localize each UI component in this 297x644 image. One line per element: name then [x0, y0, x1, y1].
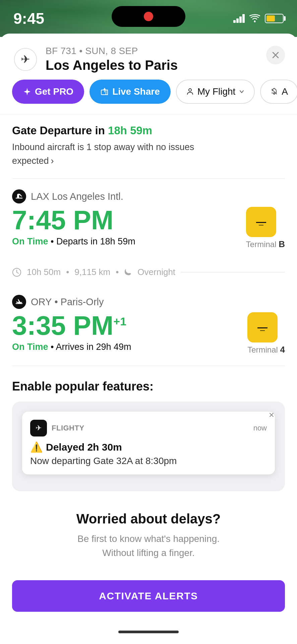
- origin-status: On Time • Departs in 18h 59m: [12, 236, 135, 247]
- destination-terminal-label: Terminal 4: [247, 344, 285, 355]
- flight-route: Los Angeles to Paris: [46, 58, 178, 73]
- svg-rect-3: [242, 14, 245, 23]
- origin-time-block: 7:45 PM On Time • Departs in 18h 59m: [12, 207, 135, 247]
- destination-segment: ORY • Paris-Orly 3:35 PM+1 On Time • Arr…: [0, 284, 297, 366]
- flight-header-left: ✈ BF 731 • SUN, 8 SEP Los Angeles to Par…: [12, 46, 178, 73]
- flight-distance: 9,115 km: [74, 267, 110, 277]
- origin-airport-row: LAX Los Angeles Intl.: [12, 189, 285, 203]
- destination-airport-label: ORY • Paris-Orly: [31, 296, 104, 308]
- destination-time-block: 3:35 PM+1 On Time • Arrives in 29h 49m: [12, 312, 131, 352]
- flighty-app-icon: ✈: [30, 420, 47, 436]
- notif-app-name: FLIGHTY: [52, 424, 84, 432]
- airplane-icon: ✈: [14, 48, 37, 71]
- moon-icon: [124, 268, 132, 276]
- departure-heading: Gate Departure in 18h 59m: [12, 124, 285, 137]
- svg-text:✈: ✈: [36, 424, 42, 432]
- expected-link[interactable]: expected ›: [12, 154, 54, 168]
- live-share-button[interactable]: Live Share: [90, 80, 171, 104]
- terminal-icon: — —: [254, 215, 269, 229]
- notif-body: Now departing Gate 32A at 8:30pm: [30, 456, 267, 466]
- battery-icon: [265, 14, 284, 23]
- departure-airport-icon: [12, 189, 26, 203]
- svg-point-11: [189, 89, 191, 91]
- status-bar: 9:45: [0, 0, 297, 37]
- flight-header: ✈ BF 731 • SUN, 8 SEP Los Angeles to Par…: [0, 34, 297, 80]
- separator-1: •: [66, 267, 69, 277]
- notif-time: now: [253, 424, 267, 432]
- plane-icon-box: ✈: [12, 46, 39, 73]
- clock-icon: [12, 268, 21, 277]
- chevron-right-icon: ›: [51, 154, 54, 168]
- home-indicator: [0, 624, 297, 637]
- action-buttons-row: Get PRO Live Share My Flight: [0, 80, 297, 114]
- destination-status: On Time • Arrives in 29h 49m: [12, 342, 131, 352]
- flight-duration-row: 10h 50m • 9,115 km • Overnight: [0, 260, 297, 284]
- recording-indicator: [144, 12, 153, 21]
- worried-section: Worried about delays? Be first to know w…: [0, 501, 297, 580]
- status-icons: [233, 14, 284, 23]
- svg-point-4: [254, 21, 256, 22]
- separator-2: •: [116, 267, 119, 277]
- my-flight-button[interactable]: My Flight: [176, 80, 255, 104]
- origin-terminal-badge: — —: [246, 207, 276, 237]
- arrival-airport-icon: [12, 295, 26, 309]
- sparkle-icon: [23, 87, 32, 96]
- dynamic-island: [112, 6, 185, 27]
- wifi-icon: [249, 14, 260, 23]
- duration-line: [181, 272, 285, 273]
- svg-rect-0: [233, 20, 236, 23]
- origin-airport-label: LAX Los Angeles Intl.: [31, 191, 123, 202]
- flight-code: BF 731 • SUN, 8 SEP: [46, 46, 178, 56]
- close-button[interactable]: [266, 46, 285, 64]
- destination-terminal-block: — — Terminal 4: [247, 312, 285, 355]
- svg-text:✈: ✈: [21, 53, 30, 65]
- status-time: 9:45: [13, 9, 44, 28]
- origin-time-row: 7:45 PM On Time • Departs in 18h 59m — —…: [12, 207, 285, 249]
- svg-text:—: —: [260, 328, 265, 333]
- activate-alerts-button[interactable]: ACTIVATE ALERTS: [12, 580, 285, 612]
- flighty-icon: ✈: [34, 423, 44, 433]
- destination-airport-row: ORY • Paris-Orly: [12, 295, 285, 309]
- svg-rect-1: [236, 18, 239, 23]
- enable-features-title: Enable popular features:: [12, 379, 285, 394]
- get-pro-button[interactable]: Get PRO: [12, 80, 84, 104]
- overnight-label: Overnight: [137, 267, 175, 277]
- notif-app-left: ✈ FLIGHTY: [30, 420, 84, 436]
- terminal-icon-dest: — —: [255, 320, 270, 335]
- share-icon: [100, 87, 109, 96]
- notification-card-wrapper: × ✈ FLIGHTY now ⚠️ Dela: [12, 402, 285, 491]
- departure-subtitle: Inbound aircraft is 1 stop away with no …: [12, 140, 285, 168]
- svg-rect-9: [101, 90, 106, 95]
- svg-line-16: [17, 272, 18, 273]
- destination-time-row: 3:35 PM+1 On Time • Arrives in 29h 49m —…: [12, 312, 285, 355]
- signal-icon: [233, 14, 245, 23]
- notification-bubble: ✈ FLIGHTY now ⚠️ Delayed 2h 30m Now depa…: [22, 412, 275, 474]
- origin-terminal-block: — — Terminal B: [246, 207, 285, 249]
- notif-app-row: ✈ FLIGHTY now: [30, 420, 267, 436]
- origin-time: 7:45 PM: [12, 207, 135, 234]
- origin-segment: LAX Los Angeles Intl. 7:45 PM On Time • …: [0, 179, 297, 260]
- alerts-button[interactable]: A: [260, 80, 297, 104]
- activate-btn-wrapper: ACTIVATE ALERTS: [0, 580, 297, 624]
- notification-close-button[interactable]: ×: [265, 408, 278, 422]
- person-icon: [186, 88, 194, 96]
- enable-features-section: Enable popular features: × ✈ FLIGHTY: [0, 366, 297, 501]
- departure-time-highlight: 18h 59m: [108, 124, 152, 137]
- worried-title: Worried about delays?: [12, 511, 285, 526]
- destination-terminal-badge: — —: [247, 312, 278, 342]
- home-bar: [118, 631, 179, 633]
- worried-subtitle: Be first to know what's happening. Witho…: [12, 532, 285, 560]
- bell-off-icon: [270, 88, 278, 96]
- warning-icon: ⚠️: [30, 441, 43, 453]
- chevron-down-icon: [239, 89, 245, 95]
- origin-terminal-label: Terminal B: [246, 239, 285, 249]
- flight-card: ✈ BF 731 • SUN, 8 SEP Los Angeles to Par…: [0, 34, 297, 644]
- svg-text:—: —: [259, 222, 263, 228]
- destination-time: 3:35 PM+1: [12, 312, 131, 339]
- departure-info: Gate Departure in 18h 59m Inbound aircra…: [0, 114, 297, 178]
- flight-title-block: BF 731 • SUN, 8 SEP Los Angeles to Paris: [46, 46, 178, 73]
- notif-title: ⚠️ Delayed 2h 30m: [30, 441, 267, 453]
- svg-rect-2: [239, 16, 242, 23]
- flight-duration: 10h 50m: [27, 267, 61, 277]
